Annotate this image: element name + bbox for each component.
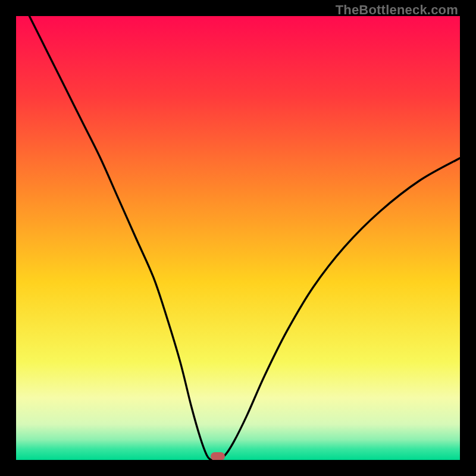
- chart-frame: TheBottleneck.com: [0, 0, 476, 476]
- bottleneck-curve: [16, 16, 460, 460]
- plot-area: [16, 16, 460, 460]
- optimal-point-marker: [211, 452, 225, 460]
